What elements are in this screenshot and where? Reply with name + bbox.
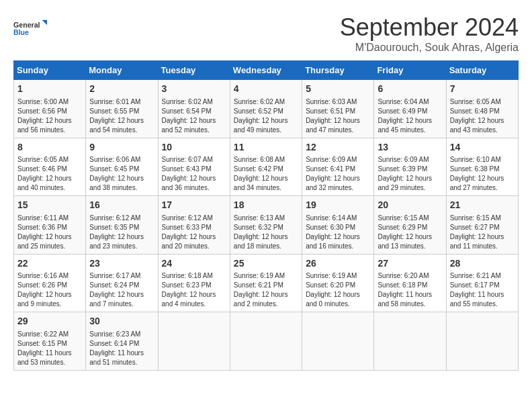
logo: General Blue: [13, 13, 47, 44]
day-info: Sunrise: 6:13 AM Sunset: 6:32 PM Dayligh…: [234, 214, 298, 251]
calendar-day-cell: 6Sunrise: 6:04 AM Sunset: 6:49 PM Daylig…: [374, 80, 446, 138]
day-header: Tuesday: [158, 61, 230, 80]
svg-text:Blue: Blue: [13, 28, 29, 36]
day-info: Sunrise: 6:21 AM Sunset: 6:17 PM Dayligh…: [450, 271, 515, 309]
month-title: September 2024: [340, 13, 519, 42]
calendar-day-cell: 4Sunrise: 6:02 AM Sunset: 6:52 PM Daylig…: [230, 80, 302, 138]
day-info: Sunrise: 6:08 AM Sunset: 6:42 PM Dayligh…: [234, 155, 298, 193]
calendar-day-cell: 25Sunrise: 6:19 AM Sunset: 6:21 PM Dayli…: [230, 254, 302, 312]
calendar-day-cell: 17Sunrise: 6:12 AM Sunset: 6:33 PM Dayli…: [158, 196, 230, 255]
day-header: Wednesday: [230, 61, 302, 80]
day-number: 13: [378, 141, 442, 154]
calendar-week-row: 8Sunrise: 6:05 AM Sunset: 6:46 PM Daylig…: [14, 138, 519, 196]
day-number: 11: [234, 141, 298, 154]
day-info: Sunrise: 6:02 AM Sunset: 6:52 PM Dayligh…: [234, 97, 298, 135]
calendar-day-cell: 2Sunrise: 6:01 AM Sunset: 6:55 PM Daylig…: [86, 80, 158, 138]
calendar-day-cell: 10Sunrise: 6:07 AM Sunset: 6:43 PM Dayli…: [158, 138, 230, 196]
calendar-day-cell: 26Sunrise: 6:19 AM Sunset: 6:20 PM Dayli…: [302, 254, 374, 312]
day-info: Sunrise: 6:19 AM Sunset: 6:20 PM Dayligh…: [306, 271, 370, 309]
day-info: Sunrise: 6:16 AM Sunset: 6:26 PM Dayligh…: [17, 271, 82, 309]
day-info: Sunrise: 6:09 AM Sunset: 6:39 PM Dayligh…: [378, 155, 442, 193]
day-number: 30: [89, 315, 154, 328]
svg-marker-2: [42, 20, 48, 26]
day-info: Sunrise: 6:12 AM Sunset: 6:35 PM Dayligh…: [89, 214, 154, 251]
logo-icon: General Blue: [13, 13, 47, 44]
day-info: Sunrise: 6:14 AM Sunset: 6:30 PM Dayligh…: [306, 214, 370, 251]
day-info: Sunrise: 6:18 AM Sunset: 6:23 PM Dayligh…: [162, 271, 226, 309]
calendar-day-cell: 19Sunrise: 6:14 AM Sunset: 6:30 PM Dayli…: [302, 196, 374, 255]
day-info: Sunrise: 6:02 AM Sunset: 6:54 PM Dayligh…: [162, 97, 226, 135]
calendar-table: SundayMondayTuesdayWednesdayThursdayFrid…: [13, 60, 519, 371]
calendar-day-cell: 28Sunrise: 6:21 AM Sunset: 6:17 PM Dayli…: [446, 254, 518, 312]
calendar-day-cell: [374, 312, 446, 371]
day-header: Saturday: [446, 61, 518, 80]
calendar-day-cell: 1Sunrise: 6:00 AM Sunset: 6:56 PM Daylig…: [14, 80, 86, 138]
location: M'Daourouch, Souk Ahras, Algeria: [340, 42, 519, 54]
day-number: 3: [162, 83, 226, 96]
calendar-day-cell: 16Sunrise: 6:12 AM Sunset: 6:35 PM Dayli…: [86, 196, 158, 255]
day-info: Sunrise: 6:10 AM Sunset: 6:38 PM Dayligh…: [450, 155, 515, 193]
day-info: Sunrise: 6:22 AM Sunset: 6:15 PM Dayligh…: [17, 330, 82, 367]
day-info: Sunrise: 6:12 AM Sunset: 6:33 PM Dayligh…: [162, 214, 226, 251]
day-info: Sunrise: 6:20 AM Sunset: 6:18 PM Dayligh…: [378, 271, 442, 309]
day-number: 2: [89, 83, 154, 96]
calendar-day-cell: 11Sunrise: 6:08 AM Sunset: 6:42 PM Dayli…: [230, 138, 302, 196]
day-number: 17: [162, 199, 226, 212]
day-number: 18: [234, 199, 298, 212]
calendar-day-cell: 29Sunrise: 6:22 AM Sunset: 6:15 PM Dayli…: [14, 312, 86, 371]
day-info: Sunrise: 6:03 AM Sunset: 6:51 PM Dayligh…: [306, 97, 370, 135]
day-header: Thursday: [302, 61, 374, 80]
calendar-week-row: 15Sunrise: 6:11 AM Sunset: 6:36 PM Dayli…: [14, 196, 519, 255]
day-number: 26: [306, 257, 370, 271]
day-number: 21: [450, 199, 515, 212]
calendar-week-row: 22Sunrise: 6:16 AM Sunset: 6:26 PM Dayli…: [14, 254, 519, 312]
svg-text:General: General: [13, 21, 40, 29]
calendar-day-cell: 3Sunrise: 6:02 AM Sunset: 6:54 PM Daylig…: [158, 80, 230, 138]
calendar-day-cell: 9Sunrise: 6:06 AM Sunset: 6:45 PM Daylig…: [86, 138, 158, 196]
calendar-day-cell: [230, 312, 302, 371]
day-number: 19: [306, 199, 370, 212]
day-number: 22: [17, 257, 82, 271]
calendar-day-cell: 15Sunrise: 6:11 AM Sunset: 6:36 PM Dayli…: [14, 196, 86, 255]
title-block: September 2024 M'Daourouch, Souk Ahras, …: [340, 13, 519, 54]
day-info: Sunrise: 6:09 AM Sunset: 6:41 PM Dayligh…: [306, 155, 370, 193]
day-number: 14: [450, 141, 515, 154]
day-number: 1: [17, 83, 82, 96]
day-info: Sunrise: 6:04 AM Sunset: 6:49 PM Dayligh…: [378, 97, 442, 135]
calendar-day-cell: 12Sunrise: 6:09 AM Sunset: 6:41 PM Dayli…: [302, 138, 374, 196]
calendar-day-cell: 27Sunrise: 6:20 AM Sunset: 6:18 PM Dayli…: [374, 254, 446, 312]
day-info: Sunrise: 6:15 AM Sunset: 6:29 PM Dayligh…: [378, 214, 442, 251]
calendar-day-cell: 14Sunrise: 6:10 AM Sunset: 6:38 PM Dayli…: [446, 138, 518, 196]
day-info: Sunrise: 6:05 AM Sunset: 6:48 PM Dayligh…: [450, 97, 515, 135]
day-number: 23: [89, 257, 154, 271]
day-info: Sunrise: 6:17 AM Sunset: 6:24 PM Dayligh…: [89, 271, 154, 309]
day-number: 24: [162, 257, 226, 271]
day-info: Sunrise: 6:00 AM Sunset: 6:56 PM Dayligh…: [17, 97, 82, 135]
calendar-day-cell: 30Sunrise: 6:23 AM Sunset: 6:14 PM Dayli…: [86, 312, 158, 371]
day-info: Sunrise: 6:19 AM Sunset: 6:21 PM Dayligh…: [234, 271, 298, 309]
calendar-week-row: 1Sunrise: 6:00 AM Sunset: 6:56 PM Daylig…: [14, 80, 519, 138]
header-row: SundayMondayTuesdayWednesdayThursdayFrid…: [14, 61, 519, 80]
day-info: Sunrise: 6:01 AM Sunset: 6:55 PM Dayligh…: [89, 97, 154, 135]
day-number: 6: [378, 83, 442, 96]
calendar-day-cell: 21Sunrise: 6:15 AM Sunset: 6:27 PM Dayli…: [446, 196, 518, 255]
day-info: Sunrise: 6:07 AM Sunset: 6:43 PM Dayligh…: [162, 155, 226, 193]
calendar-day-cell: 20Sunrise: 6:15 AM Sunset: 6:29 PM Dayli…: [374, 196, 446, 255]
calendar-day-cell: 24Sunrise: 6:18 AM Sunset: 6:23 PM Dayli…: [158, 254, 230, 312]
day-number: 28: [450, 257, 515, 271]
day-number: 5: [306, 83, 370, 96]
calendar-day-cell: [446, 312, 518, 371]
calendar-day-cell: 13Sunrise: 6:09 AM Sunset: 6:39 PM Dayli…: [374, 138, 446, 196]
calendar-day-cell: [302, 312, 374, 371]
calendar-day-cell: 7Sunrise: 6:05 AM Sunset: 6:48 PM Daylig…: [446, 80, 518, 138]
day-number: 15: [17, 199, 82, 212]
calendar-week-row: 29Sunrise: 6:22 AM Sunset: 6:15 PM Dayli…: [14, 312, 519, 371]
day-number: 9: [89, 141, 154, 154]
day-number: 29: [17, 315, 82, 328]
calendar-day-cell: 18Sunrise: 6:13 AM Sunset: 6:32 PM Dayli…: [230, 196, 302, 255]
page-header: General Blue September 2024 M'Daourouch,…: [13, 13, 519, 54]
day-number: 7: [450, 83, 515, 96]
day-info: Sunrise: 6:23 AM Sunset: 6:14 PM Dayligh…: [89, 330, 154, 367]
calendar-day-cell: 8Sunrise: 6:05 AM Sunset: 6:46 PM Daylig…: [14, 138, 86, 196]
day-number: 10: [162, 141, 226, 154]
